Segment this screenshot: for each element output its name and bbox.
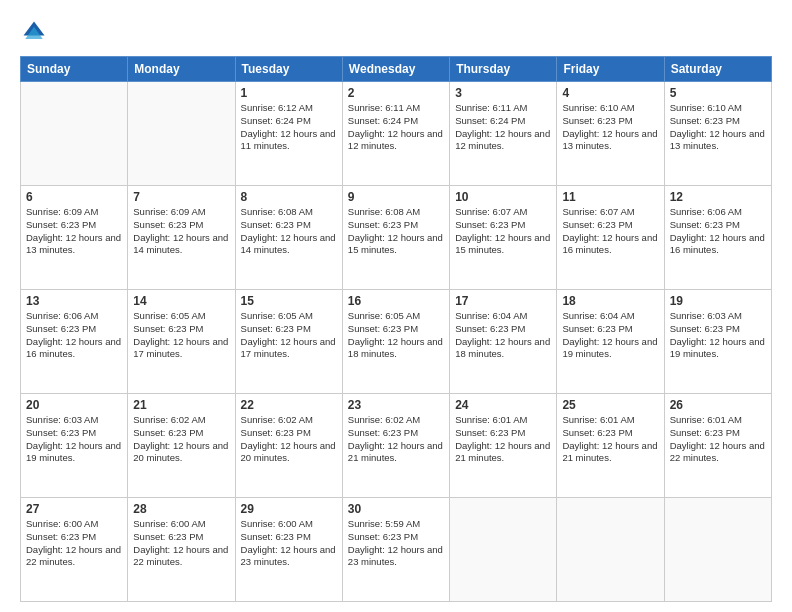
calendar-week-row: 1Sunrise: 6:12 AM Sunset: 6:24 PM Daylig… xyxy=(21,82,772,186)
calendar-cell xyxy=(557,498,664,602)
calendar-cell: 17Sunrise: 6:04 AM Sunset: 6:23 PM Dayli… xyxy=(450,290,557,394)
calendar-cell: 11Sunrise: 6:07 AM Sunset: 6:23 PM Dayli… xyxy=(557,186,664,290)
day-info: Sunrise: 6:12 AM Sunset: 6:24 PM Dayligh… xyxy=(241,102,337,153)
day-info: Sunrise: 6:02 AM Sunset: 6:23 PM Dayligh… xyxy=(133,414,229,465)
day-number: 1 xyxy=(241,86,337,100)
calendar-cell xyxy=(128,82,235,186)
day-info: Sunrise: 6:11 AM Sunset: 6:24 PM Dayligh… xyxy=(348,102,444,153)
day-number: 18 xyxy=(562,294,658,308)
day-info: Sunrise: 6:00 AM Sunset: 6:23 PM Dayligh… xyxy=(133,518,229,569)
calendar-cell: 24Sunrise: 6:01 AM Sunset: 6:23 PM Dayli… xyxy=(450,394,557,498)
calendar-cell: 25Sunrise: 6:01 AM Sunset: 6:23 PM Dayli… xyxy=(557,394,664,498)
day-info: Sunrise: 6:09 AM Sunset: 6:23 PM Dayligh… xyxy=(26,206,122,257)
day-number: 5 xyxy=(670,86,766,100)
day-number: 21 xyxy=(133,398,229,412)
day-info: Sunrise: 6:03 AM Sunset: 6:23 PM Dayligh… xyxy=(670,310,766,361)
weekday-header-thursday: Thursday xyxy=(450,57,557,82)
day-info: Sunrise: 6:07 AM Sunset: 6:23 PM Dayligh… xyxy=(455,206,551,257)
calendar-cell: 12Sunrise: 6:06 AM Sunset: 6:23 PM Dayli… xyxy=(664,186,771,290)
calendar-cell: 21Sunrise: 6:02 AM Sunset: 6:23 PM Dayli… xyxy=(128,394,235,498)
day-number: 12 xyxy=(670,190,766,204)
logo xyxy=(20,18,52,46)
day-info: Sunrise: 5:59 AM Sunset: 6:23 PM Dayligh… xyxy=(348,518,444,569)
calendar: SundayMondayTuesdayWednesdayThursdayFrid… xyxy=(20,56,772,602)
calendar-cell: 14Sunrise: 6:05 AM Sunset: 6:23 PM Dayli… xyxy=(128,290,235,394)
day-number: 10 xyxy=(455,190,551,204)
weekday-header-wednesday: Wednesday xyxy=(342,57,449,82)
calendar-cell: 18Sunrise: 6:04 AM Sunset: 6:23 PM Dayli… xyxy=(557,290,664,394)
day-number: 29 xyxy=(241,502,337,516)
calendar-cell: 15Sunrise: 6:05 AM Sunset: 6:23 PM Dayli… xyxy=(235,290,342,394)
day-info: Sunrise: 6:04 AM Sunset: 6:23 PM Dayligh… xyxy=(562,310,658,361)
day-info: Sunrise: 6:00 AM Sunset: 6:23 PM Dayligh… xyxy=(241,518,337,569)
day-number: 23 xyxy=(348,398,444,412)
day-info: Sunrise: 6:10 AM Sunset: 6:23 PM Dayligh… xyxy=(670,102,766,153)
calendar-week-row: 27Sunrise: 6:00 AM Sunset: 6:23 PM Dayli… xyxy=(21,498,772,602)
day-number: 4 xyxy=(562,86,658,100)
day-info: Sunrise: 6:06 AM Sunset: 6:23 PM Dayligh… xyxy=(670,206,766,257)
day-number: 20 xyxy=(26,398,122,412)
day-info: Sunrise: 6:01 AM Sunset: 6:23 PM Dayligh… xyxy=(562,414,658,465)
calendar-cell: 1Sunrise: 6:12 AM Sunset: 6:24 PM Daylig… xyxy=(235,82,342,186)
calendar-cell: 10Sunrise: 6:07 AM Sunset: 6:23 PM Dayli… xyxy=(450,186,557,290)
calendar-week-row: 20Sunrise: 6:03 AM Sunset: 6:23 PM Dayli… xyxy=(21,394,772,498)
calendar-cell: 26Sunrise: 6:01 AM Sunset: 6:23 PM Dayli… xyxy=(664,394,771,498)
calendar-cell: 22Sunrise: 6:02 AM Sunset: 6:23 PM Dayli… xyxy=(235,394,342,498)
day-info: Sunrise: 6:03 AM Sunset: 6:23 PM Dayligh… xyxy=(26,414,122,465)
calendar-cell xyxy=(21,82,128,186)
day-number: 28 xyxy=(133,502,229,516)
day-number: 13 xyxy=(26,294,122,308)
calendar-week-row: 6Sunrise: 6:09 AM Sunset: 6:23 PM Daylig… xyxy=(21,186,772,290)
calendar-cell: 7Sunrise: 6:09 AM Sunset: 6:23 PM Daylig… xyxy=(128,186,235,290)
page-header xyxy=(20,18,772,46)
day-number: 7 xyxy=(133,190,229,204)
day-number: 2 xyxy=(348,86,444,100)
calendar-cell: 9Sunrise: 6:08 AM Sunset: 6:23 PM Daylig… xyxy=(342,186,449,290)
calendar-header: SundayMondayTuesdayWednesdayThursdayFrid… xyxy=(21,57,772,82)
calendar-cell: 6Sunrise: 6:09 AM Sunset: 6:23 PM Daylig… xyxy=(21,186,128,290)
calendar-cell: 19Sunrise: 6:03 AM Sunset: 6:23 PM Dayli… xyxy=(664,290,771,394)
calendar-cell xyxy=(664,498,771,602)
day-number: 15 xyxy=(241,294,337,308)
day-info: Sunrise: 6:05 AM Sunset: 6:23 PM Dayligh… xyxy=(133,310,229,361)
day-number: 3 xyxy=(455,86,551,100)
calendar-cell: 29Sunrise: 6:00 AM Sunset: 6:23 PM Dayli… xyxy=(235,498,342,602)
weekday-header-row: SundayMondayTuesdayWednesdayThursdayFrid… xyxy=(21,57,772,82)
day-info: Sunrise: 6:11 AM Sunset: 6:24 PM Dayligh… xyxy=(455,102,551,153)
day-number: 24 xyxy=(455,398,551,412)
day-info: Sunrise: 6:06 AM Sunset: 6:23 PM Dayligh… xyxy=(26,310,122,361)
calendar-cell: 27Sunrise: 6:00 AM Sunset: 6:23 PM Dayli… xyxy=(21,498,128,602)
day-info: Sunrise: 6:07 AM Sunset: 6:23 PM Dayligh… xyxy=(562,206,658,257)
weekday-header-tuesday: Tuesday xyxy=(235,57,342,82)
day-number: 16 xyxy=(348,294,444,308)
weekday-header-monday: Monday xyxy=(128,57,235,82)
day-number: 14 xyxy=(133,294,229,308)
calendar-cell: 20Sunrise: 6:03 AM Sunset: 6:23 PM Dayli… xyxy=(21,394,128,498)
day-info: Sunrise: 6:05 AM Sunset: 6:23 PM Dayligh… xyxy=(348,310,444,361)
day-info: Sunrise: 6:01 AM Sunset: 6:23 PM Dayligh… xyxy=(455,414,551,465)
calendar-body: 1Sunrise: 6:12 AM Sunset: 6:24 PM Daylig… xyxy=(21,82,772,602)
weekday-header-saturday: Saturday xyxy=(664,57,771,82)
calendar-cell: 3Sunrise: 6:11 AM Sunset: 6:24 PM Daylig… xyxy=(450,82,557,186)
day-info: Sunrise: 6:10 AM Sunset: 6:23 PM Dayligh… xyxy=(562,102,658,153)
day-number: 27 xyxy=(26,502,122,516)
calendar-cell: 30Sunrise: 5:59 AM Sunset: 6:23 PM Dayli… xyxy=(342,498,449,602)
weekday-header-friday: Friday xyxy=(557,57,664,82)
day-info: Sunrise: 6:09 AM Sunset: 6:23 PM Dayligh… xyxy=(133,206,229,257)
day-info: Sunrise: 6:08 AM Sunset: 6:23 PM Dayligh… xyxy=(241,206,337,257)
calendar-cell: 28Sunrise: 6:00 AM Sunset: 6:23 PM Dayli… xyxy=(128,498,235,602)
calendar-cell: 23Sunrise: 6:02 AM Sunset: 6:23 PM Dayli… xyxy=(342,394,449,498)
calendar-cell: 5Sunrise: 6:10 AM Sunset: 6:23 PM Daylig… xyxy=(664,82,771,186)
day-number: 30 xyxy=(348,502,444,516)
day-info: Sunrise: 6:02 AM Sunset: 6:23 PM Dayligh… xyxy=(241,414,337,465)
calendar-cell: 16Sunrise: 6:05 AM Sunset: 6:23 PM Dayli… xyxy=(342,290,449,394)
day-info: Sunrise: 6:02 AM Sunset: 6:23 PM Dayligh… xyxy=(348,414,444,465)
day-number: 22 xyxy=(241,398,337,412)
day-number: 9 xyxy=(348,190,444,204)
day-info: Sunrise: 6:08 AM Sunset: 6:23 PM Dayligh… xyxy=(348,206,444,257)
day-info: Sunrise: 6:01 AM Sunset: 6:23 PM Dayligh… xyxy=(670,414,766,465)
day-number: 26 xyxy=(670,398,766,412)
day-number: 19 xyxy=(670,294,766,308)
day-info: Sunrise: 6:00 AM Sunset: 6:23 PM Dayligh… xyxy=(26,518,122,569)
calendar-cell: 2Sunrise: 6:11 AM Sunset: 6:24 PM Daylig… xyxy=(342,82,449,186)
